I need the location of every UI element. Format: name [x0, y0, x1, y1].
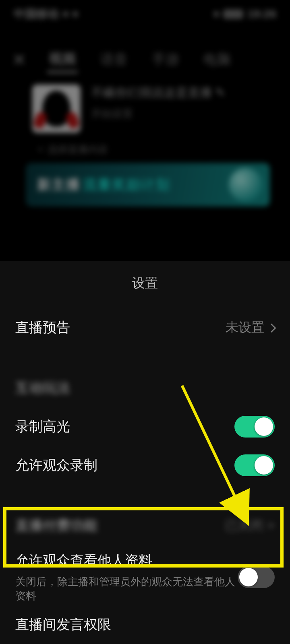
row-allow-viewer-record: 允许观众录制 [0, 446, 290, 485]
row-label: 直播间发言权限 [15, 615, 111, 634]
row-label: 录制高光 [15, 417, 70, 436]
settings-sheet: 设置 直播预告 未设置 互动玩法 录制高光 允许观众录制 直播付费功能 已关闭 … [0, 261, 290, 644]
profile-name: 不瞒你们我说这是直播 ✎ [91, 85, 225, 101]
row-label: 允许观众查看他人资料 [15, 551, 238, 570]
row-label: 允许观众录制 [15, 456, 97, 475]
row-value: 未设置 [226, 319, 275, 336]
profile-hint: ✧ 选择直播内容 [36, 143, 108, 156]
promo-banner: 新主播 流量奖励计划 [26, 163, 270, 206]
category-tabs: ✕ 视频 语音 手游 电脑 [0, 43, 290, 76]
tab-voice: 语音 [99, 47, 129, 72]
toggle-allow-view-profile[interactable] [238, 566, 275, 588]
row-blurred-section-1: 互动玩法 [0, 369, 290, 407]
row-label: 直播预告 [15, 318, 70, 337]
banner-icon [229, 168, 263, 202]
profile-sub: 开始设置 [91, 107, 225, 121]
profile-block: 不瞒你们我说这是直播 ✎ 开始设置 [32, 85, 225, 133]
avatar [32, 85, 81, 133]
tab-mobile: 手游 [150, 47, 181, 72]
row-allow-view-profile: 允许观众查看他人资料 关闭后，除主播和管理员外的观众无法查看他人资料 [0, 545, 290, 605]
row-sublabel: 关闭后，除主播和管理员外的观众无法查看他人资料 [15, 575, 238, 603]
row-blurred-section-2: 直播付费功能 已关闭 > [0, 506, 290, 545]
tab-pc: 电脑 [202, 47, 232, 72]
tab-video: 视频 [47, 46, 78, 73]
row-speaking-permission[interactable]: 直播间发言权限 [0, 605, 290, 644]
status-bar: 中国移动 19:26 [0, 0, 290, 28]
chevron-right-icon [267, 324, 276, 333]
sheet-title: 设置 [0, 261, 290, 308]
row-live-preview[interactable]: 直播预告 未设置 [0, 308, 290, 347]
close-icon: ✕ [12, 50, 26, 70]
toggle-allow-viewer-record[interactable] [234, 454, 275, 476]
toggle-record-highlight[interactable] [234, 416, 275, 438]
row-record-highlight: 录制高光 [0, 407, 290, 446]
